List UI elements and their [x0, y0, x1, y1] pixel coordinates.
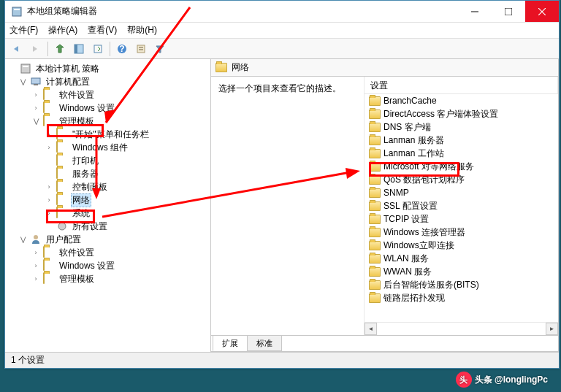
tree-user-admin[interactable]: ›管理模板	[5, 272, 210, 285]
list-item[interactable]: QoS 数据包计划程序	[365, 173, 558, 186]
collapse-icon[interactable]: ⋁	[31, 117, 40, 126]
folder-icon	[215, 63, 227, 72]
list-item[interactable]: Lanman 服务器	[365, 134, 558, 147]
expand-icon[interactable]: ›	[45, 130, 53, 139]
list-item-label: Windows 连接管理器	[383, 226, 465, 239]
tree-all-settings[interactable]: 所有设置	[5, 220, 210, 233]
folder-icon	[369, 188, 381, 198]
column-setting[interactable]: 设置	[365, 77, 558, 93]
column-headers[interactable]: 设置	[365, 77, 558, 94]
expand-icon[interactable]: ›	[31, 261, 40, 270]
collapse-icon[interactable]: ⋁	[18, 235, 27, 244]
svg-rect-17	[34, 84, 38, 85]
expand-icon[interactable]: ›	[31, 274, 40, 283]
list-item[interactable]: SSL 配置设置	[365, 199, 558, 212]
list-item[interactable]: SNMP	[365, 186, 558, 199]
menu-help[interactable]: 帮助(H)	[127, 24, 157, 36]
tree-control-panel[interactable]: ›控制面板	[5, 180, 210, 193]
folder-icon	[369, 175, 381, 185]
export-button[interactable]	[89, 41, 107, 57]
tree-root[interactable]: 本地计算机 策略	[5, 62, 210, 75]
folder-icon	[369, 280, 381, 290]
list-item-label: Windows立即连接	[383, 239, 454, 252]
tree-panel[interactable]: 本地计算机 策略 ⋁ 计算机配置 ›软件设置 ›Windows 设置 ⋁管理模板…	[5, 59, 211, 352]
folder-icon	[43, 272, 45, 284]
user-icon	[30, 234, 42, 245]
settings-list[interactable]: BranchCacheDirectAccess 客户端体验设置DNS 客户端La…	[365, 94, 558, 322]
tree-software[interactable]: ›软件设置	[5, 88, 210, 101]
settings-icon	[56, 220, 68, 232]
show-hide-button[interactable]	[70, 41, 88, 57]
menu-action[interactable]: 操作(A)	[48, 24, 77, 36]
folder-icon	[369, 123, 381, 132]
details-panel: 网络 选择一个项目来查看它的描述。 设置 BranchCacheDirectAc…	[210, 59, 559, 352]
tree-server[interactable]: 服务器	[5, 167, 210, 180]
expand-icon[interactable]: ›	[31, 104, 40, 112]
menu-view[interactable]: 查看(V)	[88, 24, 117, 36]
list-item-label: 后台智能传送服务(BITS)	[383, 279, 479, 291]
list-item[interactable]: TCPIP 设置	[365, 212, 558, 226]
details-header: 网络	[211, 59, 558, 77]
back-button[interactable]	[8, 41, 26, 57]
forward-button[interactable]	[27, 41, 45, 57]
list-item[interactable]: DNS 客户端	[365, 120, 558, 134]
folder-icon	[369, 96, 381, 106]
list-item[interactable]: Lanman 工作站	[365, 147, 558, 160]
filter-button[interactable]	[151, 41, 169, 57]
menu-file[interactable]: 文件(F)	[9, 24, 38, 36]
svg-rect-3	[505, 8, 512, 15]
tab-standard[interactable]: 标准	[247, 336, 282, 351]
minimize-button[interactable]	[458, 1, 492, 22]
list-item[interactable]: 后台智能传送服务(BITS)	[365, 278, 558, 291]
tree-start-taskbar[interactable]: ›"开始"菜单和任务栏	[5, 128, 210, 141]
tree-win-components[interactable]: ›Windows 组件	[5, 141, 210, 154]
list-item-label: Microsoft 对等网络服务	[383, 161, 474, 173]
details-title: 网络	[232, 61, 249, 74]
folder-icon	[369, 228, 381, 237]
tree-windows-settings[interactable]: ›Windows 设置	[5, 101, 210, 115]
tree-network[interactable]: ›网络	[5, 193, 210, 207]
tree-system[interactable]: ›系统	[5, 207, 210, 220]
list-item-label: DirectAccess 客户端体验设置	[383, 108, 498, 120]
list-item[interactable]: WWAN 服务	[365, 265, 558, 278]
collapse-icon[interactable]: ⋁	[18, 77, 27, 86]
list-item-label: BranchCache	[383, 96, 437, 106]
expand-icon[interactable]: ›	[45, 196, 53, 204]
scroll-left-button[interactable]: ◄	[365, 323, 377, 335]
list-item[interactable]: WLAN 服务	[365, 252, 558, 265]
list-item[interactable]: Windows立即连接	[365, 239, 558, 252]
folder-icon	[369, 201, 381, 211]
expand-icon[interactable]: ›	[31, 248, 40, 257]
list-item-label: WLAN 服务	[383, 253, 429, 265]
tree-user-software[interactable]: ›软件设置	[5, 246, 210, 259]
menubar: 文件(F) 操作(A) 查看(V) 帮助(H)	[5, 23, 559, 39]
expand-icon[interactable]: ›	[31, 91, 40, 99]
app-icon	[11, 6, 23, 18]
tree-admin-templates[interactable]: ⋁管理模板	[5, 115, 210, 128]
expand-icon[interactable]: ›	[45, 209, 53, 218]
tree-user-config[interactable]: ⋁用户配置	[5, 233, 210, 246]
close-button[interactable]	[525, 1, 559, 22]
help-button[interactable]: ?	[113, 41, 131, 57]
expand-icon[interactable]: ›	[45, 182, 53, 191]
maximize-button[interactable]	[492, 1, 525, 22]
folder-icon	[56, 207, 58, 218]
tab-extended[interactable]: 扩展	[213, 336, 248, 351]
tree-printer[interactable]: 打印机	[5, 154, 210, 167]
properties-button[interactable]	[132, 41, 150, 57]
scroll-right-button[interactable]: ►	[546, 323, 558, 335]
list-item[interactable]: 链路层拓扑发现	[365, 291, 558, 304]
list-item[interactable]: DirectAccess 客户端体验设置	[365, 107, 558, 120]
folder-icon	[56, 154, 58, 166]
svg-rect-15	[23, 66, 28, 67]
expand-icon[interactable]: ›	[45, 143, 53, 152]
tree-user-windows[interactable]: ›Windows 设置	[5, 259, 210, 272]
svg-rect-7	[75, 45, 77, 53]
description-column: 选择一个项目来查看它的描述。	[211, 77, 365, 335]
list-item[interactable]: BranchCache	[365, 94, 558, 107]
tree-computer-config[interactable]: ⋁ 计算机配置	[5, 75, 210, 88]
up-button[interactable]	[51, 41, 69, 57]
list-item[interactable]: Windows 连接管理器	[365, 226, 558, 239]
list-item[interactable]: Microsoft 对等网络服务	[365, 160, 558, 173]
folder-icon	[43, 101, 45, 113]
